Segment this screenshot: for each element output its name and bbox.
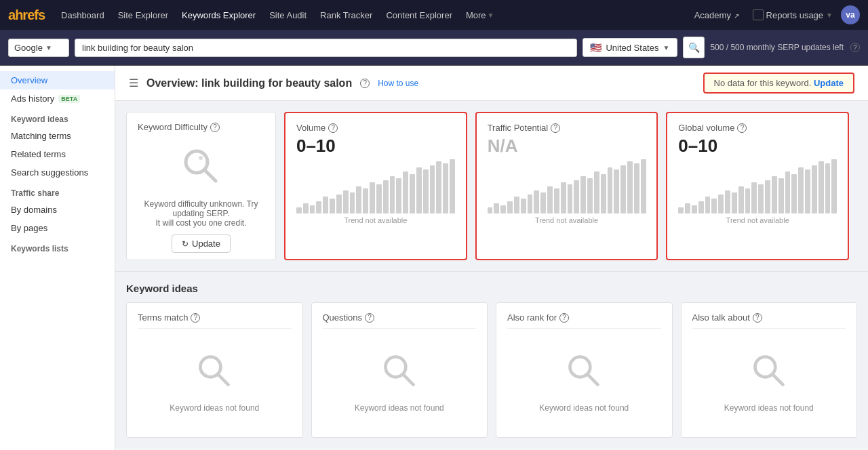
search-button[interactable]: 🔍: [683, 37, 705, 58]
trend-bar: [641, 159, 646, 213]
nav-dashboard[interactable]: Dashboard: [56, 7, 110, 23]
global-volume-title: Global volume ?: [678, 123, 837, 133]
questions-card: Questions ? Keyword ideas not found: [311, 302, 488, 438]
trend-bar: [554, 188, 559, 213]
trend-bar: [738, 186, 744, 213]
sidebar-item-matching-terms[interactable]: Matching terms: [0, 127, 115, 145]
keyword-ideas-section-title: Keyword ideas: [0, 108, 115, 127]
country-label: United States: [606, 43, 658, 53]
kd-update-button[interactable]: ↻ Update: [172, 234, 231, 253]
trend-bar: [336, 195, 342, 213]
terms-match-info-icon: ?: [191, 313, 200, 323]
sidebar-item-overview[interactable]: Overview: [0, 71, 115, 89]
nav-site-audit[interactable]: Site Audit: [264, 7, 312, 23]
trend-bar: [561, 182, 566, 213]
ads-history-label: Ads history: [11, 94, 54, 104]
trend-bar: [758, 184, 764, 213]
nav-keywords-explorer[interactable]: Keywords Explorer: [176, 7, 261, 23]
trend-bar: [350, 192, 355, 213]
logo-a: a: [8, 7, 15, 22]
also-talk-about-title: Also talk about ?: [692, 312, 846, 329]
trend-bar: [521, 199, 526, 213]
sidebar-item-search-suggestions[interactable]: Search suggestions: [0, 163, 115, 182]
volume-value: 0–10: [296, 136, 455, 157]
logo[interactable]: ahrefs: [8, 7, 45, 23]
serp-info-icon: ?: [850, 43, 860, 52]
also-rank-for-empty-text: Keyword ideas not found: [539, 403, 629, 413]
svg-line-6: [403, 375, 413, 385]
trend-bar: [725, 190, 730, 213]
also-rank-for-title: Also rank for ?: [507, 312, 661, 329]
questions-search-icon: [380, 352, 418, 398]
trend-bar: [303, 203, 309, 213]
chevron-down-icon: ▼: [488, 12, 494, 19]
ideas-grid: Terms match ? Keyword ideas not found: [126, 302, 857, 438]
nav-site-explorer[interactable]: Site Explorer: [113, 7, 174, 23]
reports-chevron-icon: ▼: [826, 12, 833, 19]
also-rank-for-info-icon: ?: [559, 313, 569, 323]
trend-bar: [745, 188, 751, 213]
keyword-ideas-section: Keyword ideas Terms match ?: [115, 272, 868, 449]
trend-bar: [514, 197, 519, 213]
trend-bar: [383, 180, 389, 213]
trend-bar: [488, 207, 493, 213]
traffic-potential-trend-label: Trend not available: [488, 216, 646, 224]
trend-bar: [812, 165, 817, 213]
also-talk-about-search-icon: [750, 352, 788, 398]
also-talk-about-empty: Keyword ideas not found: [692, 337, 846, 428]
trend-bar: [568, 184, 573, 213]
volume-card: Volume ? 0–10 Trend not available: [284, 112, 467, 260]
trend-bar: [772, 176, 777, 213]
trend-bar: [534, 190, 539, 213]
engine-select[interactable]: Google ▼: [8, 39, 69, 57]
terms-match-empty: Keyword ideas not found: [138, 337, 292, 428]
reports-usage[interactable]: Reports usage ▼: [753, 9, 833, 20]
also-talk-about-card: Also talk about ? Keyword ideas not foun…: [681, 302, 858, 438]
kd-search-icon: [180, 146, 221, 194]
trend-bar: [718, 195, 724, 213]
trend-bar: [330, 199, 335, 213]
trend-bar: [430, 165, 435, 213]
search-input[interactable]: link building for beauty salon: [75, 39, 577, 57]
terms-match-card: Terms match ? Keyword ideas not found: [126, 302, 303, 438]
menu-icon[interactable]: ☰: [129, 77, 138, 89]
traffic-potential-trend-chart: [488, 159, 646, 213]
trend-bar: [396, 178, 401, 213]
engine-chevron-icon: ▼: [45, 44, 52, 52]
update-link[interactable]: Update: [814, 78, 844, 88]
sidebar-item-ads-history[interactable]: Ads history BETA: [0, 89, 115, 108]
trend-bar: [751, 182, 757, 213]
avatar[interactable]: va: [841, 5, 860, 24]
overview-info-icon: ?: [360, 79, 370, 88]
serp-info: 500 / 500 monthly SERP updates left: [710, 43, 844, 52]
nav-rank-tracker[interactable]: Rank Tracker: [315, 7, 378, 23]
trend-bar: [547, 186, 553, 213]
page-title: Overview: link building for beauty salon: [146, 77, 352, 89]
logo-hrefs: hrefs: [15, 7, 45, 22]
also-talk-about-empty-text: Keyword ideas not found: [724, 403, 814, 413]
trend-bar: [296, 207, 302, 213]
nav-academy[interactable]: Academy ↗: [689, 7, 745, 23]
questions-title: Questions ?: [323, 312, 477, 329]
no-data-banner: No data for this keyword. Update: [703, 73, 854, 94]
kd-card: Keyword Difficulty ? Keyword difficulty …: [126, 112, 276, 260]
nav-more[interactable]: More ▼: [460, 7, 500, 23]
global-volume-trend-chart: [678, 159, 837, 213]
how-to-use-link[interactable]: How to use: [378, 79, 418, 88]
sidebar-item-by-pages[interactable]: By pages: [0, 219, 115, 237]
trend-bar: [316, 201, 321, 213]
svg-line-1: [205, 170, 216, 181]
trend-bar: [614, 169, 619, 213]
trend-bar: [343, 190, 349, 213]
terms-match-empty-text: Keyword ideas not found: [170, 403, 259, 413]
trend-bar: [732, 192, 737, 213]
trend-bar: [785, 171, 791, 213]
sidebar-item-by-domains[interactable]: By domains: [0, 201, 115, 219]
trend-bar: [436, 161, 441, 213]
trend-bar: [601, 174, 606, 213]
country-select[interactable]: 🇺🇸 United States ▼: [583, 38, 677, 57]
svg-point-2: [199, 156, 203, 160]
nav-content-explorer[interactable]: Content Explorer: [380, 7, 458, 23]
questions-empty: Keyword ideas not found: [323, 337, 477, 428]
sidebar-item-related-terms[interactable]: Related terms: [0, 145, 115, 163]
